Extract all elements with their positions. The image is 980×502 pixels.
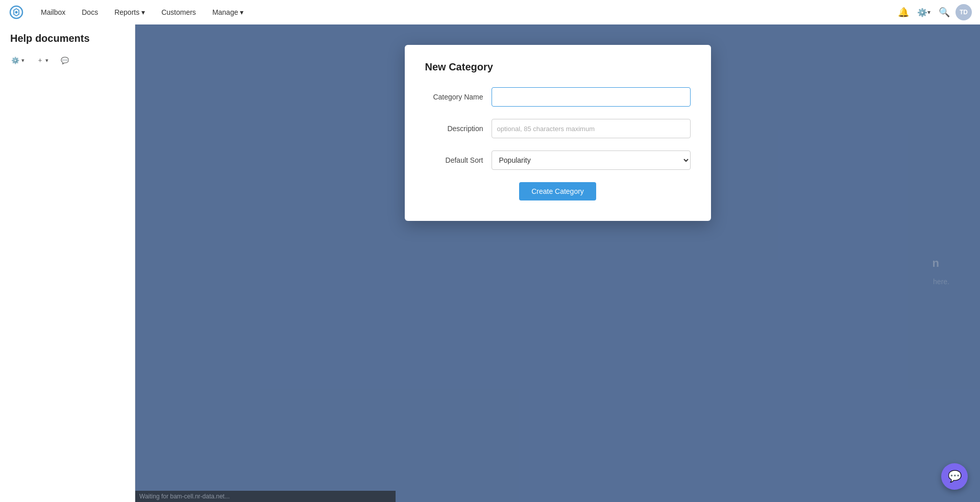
nav-customers[interactable]: Customers	[153, 0, 204, 24]
default-sort-label: Default Sort	[425, 156, 492, 164]
sidebar-toolbar: ⚙️ ▾ ＋ ▾ 💬	[0, 53, 135, 72]
main-content: n here. New Category Category Name Descr…	[135, 24, 980, 502]
new-category-modal: New Category Category Name Description D…	[405, 45, 711, 221]
sidebar-title: Help documents	[0, 33, 135, 53]
default-sort-row: Default Sort Popularity Newest Oldest Al…	[425, 150, 691, 170]
nav-right-actions: 🔔 ⚙️ ▾ 🔍 TD	[894, 3, 972, 21]
description-input[interactable]	[492, 119, 691, 138]
modal-overlay: New Category Category Name Description D…	[135, 24, 980, 502]
default-sort-select[interactable]: Popularity Newest Oldest Alphabetical	[492, 150, 691, 170]
description-label: Description	[425, 124, 492, 133]
app-logo[interactable]	[8, 4, 24, 20]
create-category-button[interactable]: Create Category	[519, 182, 596, 200]
page-background: Help documents ⚙️ ▾ ＋ ▾ 💬 n here. New Ca…	[0, 24, 980, 502]
description-row: Description	[425, 119, 691, 138]
nav-mailbox[interactable]: Mailbox	[33, 0, 74, 24]
search-button[interactable]: 🔍	[935, 3, 953, 21]
settings-button[interactable]: ⚙️ ▾	[915, 3, 933, 21]
settings-toolbar-button[interactable]: ⚙️ ▾	[6, 54, 30, 67]
chat-button[interactable]: 💬	[941, 463, 968, 490]
category-name-input[interactable]	[492, 87, 691, 107]
modal-title: New Category	[425, 61, 691, 73]
modal-actions: Create Category	[425, 182, 691, 200]
manage-chevron-icon: ▾	[240, 8, 243, 16]
notifications-button[interactable]: 🔔	[894, 3, 913, 21]
add-toolbar-button[interactable]: ＋ ▾	[32, 53, 54, 68]
category-name-label: Category Name	[425, 93, 492, 101]
user-avatar[interactable]: TD	[955, 4, 972, 20]
nav-docs[interactable]: Docs	[74, 0, 106, 24]
nav-reports[interactable]: Reports ▾	[106, 0, 153, 24]
sidebar: Help documents ⚙️ ▾ ＋ ▾ 💬	[0, 24, 135, 502]
chat-toolbar-button[interactable]: 💬	[56, 54, 74, 67]
svg-point-1	[15, 11, 18, 14]
reports-chevron-icon: ▾	[141, 8, 145, 16]
category-name-row: Category Name	[425, 87, 691, 107]
nav-manage[interactable]: Manage ▾	[204, 0, 252, 24]
topnav: Mailbox Docs Reports ▾ Customers Manage …	[0, 0, 980, 24]
